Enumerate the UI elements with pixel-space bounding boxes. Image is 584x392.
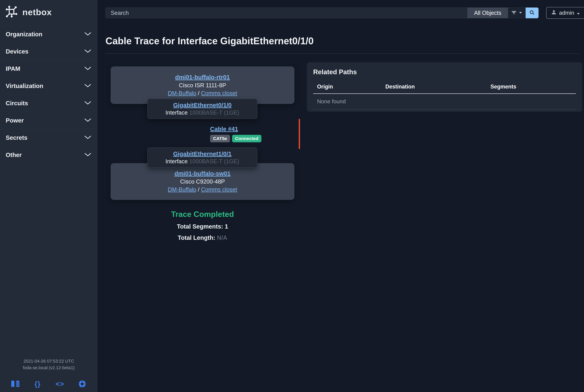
filter-icon: [511, 11, 516, 15]
trace-device-far: dmi01-buffalo-sw01 Cisco C9200-48P DM-Bu…: [111, 163, 294, 200]
sidebar-item-virtualization[interactable]: Virtualization: [0, 78, 98, 95]
interface-type: Interface 1000BASE-T (1GE): [166, 158, 239, 165]
cable-status-badge: Connected: [232, 135, 261, 142]
rest-api-braces-icon[interactable]: {}: [27, 380, 49, 388]
cable-type-badge: CAT5e: [210, 135, 230, 142]
chevron-down-icon: [84, 49, 91, 54]
title-divider: [106, 54, 579, 54]
device-link[interactable]: dmi01-buffalo-sw01: [175, 170, 231, 177]
search-submit-button[interactable]: [526, 8, 538, 18]
column-header-destination: Destination: [381, 84, 486, 94]
related-paths-title: Related Paths: [313, 68, 576, 76]
docs-book-icon[interactable]: [4, 380, 27, 388]
site-link[interactable]: DM-Buffalo: [168, 90, 196, 96]
sidebar-footer: 2021-04-26 07:53:22 UTC foda-se.local (v…: [0, 358, 98, 371]
main-content: All Objects: [98, 0, 584, 392]
device-model: Cisco C9200-48P: [180, 178, 225, 185]
sidebar-item-organization[interactable]: Organization: [0, 26, 98, 43]
empty-state-text: None found: [313, 94, 576, 110]
column-header-origin: Origin: [313, 84, 381, 94]
cable-info: Cable #41 CAT5e Connected: [210, 126, 261, 142]
search-scope-selector[interactable]: All Objects: [467, 8, 508, 18]
instance-version: foda-se.local (v2.12-beta1): [0, 364, 98, 371]
chevron-down-icon: [84, 32, 91, 36]
cable-badges: CAT5e Connected: [210, 135, 261, 142]
trace-total-length: Total Length: N/A: [111, 234, 294, 241]
global-search-bar: All Objects: [106, 8, 538, 18]
column-header-segments: Segments: [487, 84, 576, 94]
sidebar-item-power[interactable]: Power: [0, 112, 98, 129]
site-link[interactable]: DM-Buffalo: [168, 186, 196, 193]
interface-type: Interface 1000BASE-T (1GE): [166, 110, 239, 116]
sidebar-item-other[interactable]: Other: [0, 146, 98, 164]
chevron-down-icon: [84, 101, 91, 106]
cable-link[interactable]: Cable #41: [210, 126, 238, 132]
location-link[interactable]: Comms closet: [201, 186, 237, 193]
user-icon: [551, 10, 557, 16]
chevron-down-icon: [84, 118, 91, 123]
interface-link[interactable]: GigabitEthernet1/0/1: [173, 150, 232, 157]
community-lifebuoy-icon[interactable]: [71, 380, 94, 388]
trace-interface-near: GigabitEthernet0/1/0 Interface 1000BASE-…: [147, 99, 257, 119]
trace-status: Trace Completed Total Segments: 1 Total …: [111, 210, 294, 241]
sidebar-item-circuits[interactable]: Circuits: [0, 95, 98, 112]
chevron-down-icon: [84, 153, 91, 157]
source-code-icon[interactable]: <>: [49, 380, 71, 388]
sidebar: netbox Organization Devices IPAM Virtual…: [0, 0, 98, 392]
device-link[interactable]: dmi01-buffalo-rtr01: [175, 74, 230, 81]
search-input[interactable]: [106, 8, 467, 18]
chevron-down-icon: [84, 136, 91, 140]
sidebar-footer-icons: {} <>: [0, 380, 98, 388]
trace-status-heading: Trace Completed: [111, 210, 294, 219]
sidebar-item-ipam[interactable]: IPAM: [0, 60, 98, 78]
device-location: DM-Buffalo / Comms closet: [168, 90, 237, 96]
netbox-logo-icon: [5, 5, 19, 19]
caret-down-icon: [577, 10, 580, 16]
search-filter-button[interactable]: [508, 8, 526, 18]
server-timestamp: 2021-04-26 07:53:22 UTC: [0, 358, 98, 364]
user-menu-button[interactable]: admin: [546, 7, 584, 19]
app-title: netbox: [22, 7, 52, 17]
table-row: None found: [313, 94, 576, 110]
netbox-logo[interactable]: netbox: [0, 0, 98, 24]
search-icon: [529, 10, 535, 16]
location-link[interactable]: Comms closet: [201, 90, 237, 96]
cable-trace-line: [299, 119, 300, 149]
sidebar-item-devices[interactable]: Devices: [0, 43, 98, 60]
device-model: Cisco ISR 1111-8P: [179, 82, 226, 89]
related-paths-table: Origin Destination Segments None found: [313, 84, 576, 110]
sidebar-item-secrets[interactable]: Secrets: [0, 129, 98, 146]
trace-device-near: dmi01-buffalo-rtr01 Cisco ISR 1111-8P DM…: [111, 66, 294, 104]
caret-down-icon: [519, 12, 522, 14]
chevron-down-icon: [84, 66, 91, 71]
trace-total-segments: Total Segments: 1: [111, 223, 294, 230]
related-paths-panel: Related Paths Origin Destination Segment…: [307, 62, 582, 112]
trace-interface-far: GigabitEthernet1/0/1 Interface 1000BASE-…: [147, 148, 257, 168]
interface-link[interactable]: GigabitEthernet0/1/0: [173, 102, 232, 108]
chevron-down-icon: [84, 84, 91, 88]
sidebar-menu: Organization Devices IPAM Virtualization…: [0, 26, 98, 164]
page-title: Cable Trace for Interface GigabitEtherne…: [106, 36, 314, 46]
device-location: DM-Buffalo / Comms closet: [168, 186, 237, 193]
